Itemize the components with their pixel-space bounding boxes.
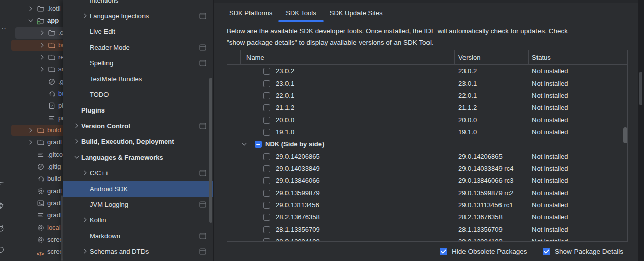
checkbox-checked-icon[interactable] <box>440 248 447 255</box>
table-scrollbar[interactable] <box>623 127 627 143</box>
tree-item[interactable]: .gitco <box>10 148 63 161</box>
checkbox-unchecked-icon[interactable] <box>263 117 270 124</box>
chevron-down-icon[interactable] <box>27 17 35 25</box>
tree-item[interactable]: gradl <box>10 197 63 209</box>
chevron-right-icon[interactable] <box>73 137 81 145</box>
tree-item[interactable]: </>scree <box>10 246 63 258</box>
tree-item[interactable]: build <box>10 124 63 136</box>
tab-sdk-update-sites[interactable]: SDK Update Sites <box>330 6 383 22</box>
tree-item[interactable]: scree <box>10 234 63 246</box>
gem-icon[interactable] <box>0 202 6 211</box>
tree-item[interactable]: rel <box>10 51 63 63</box>
tab-sdk-tools[interactable]: SDK Tools <box>285 6 316 22</box>
chevron-right-icon[interactable] <box>27 5 35 13</box>
chevron-down-icon[interactable] <box>73 153 81 161</box>
checkbox-unchecked-icon[interactable] <box>263 190 270 197</box>
sidebar-scrollbar[interactable] <box>209 78 212 223</box>
tab-sdk-platforms[interactable]: SDK Platforms <box>229 6 272 22</box>
table-row[interactable]: 23.0.223.0.2Not installed <box>227 65 627 78</box>
chevron-right-icon[interactable] <box>38 65 46 73</box>
sidebar-item-intentions[interactable]: Intentions <box>63 0 214 8</box>
tree-item[interactable]: gradl <box>10 136 63 148</box>
table-row[interactable]: 29.0.1359987929.0.13599879 rc2Not instal… <box>227 187 627 199</box>
checkbox-unchecked-icon[interactable] <box>263 153 270 160</box>
sidebar-item-spelling[interactable]: Spelling <box>63 55 214 71</box>
table-row[interactable]: 28.0.1300410828.0.13004108Not installed <box>227 236 627 241</box>
tree-item[interactable]: gradl <box>10 185 63 197</box>
column-header-version[interactable]: Version <box>458 50 480 65</box>
tree-item[interactable]: .cx <box>10 27 63 39</box>
tree-item[interactable]: bu <box>10 88 63 100</box>
checkbox-unchecked-icon[interactable] <box>263 214 270 221</box>
checkbox-unchecked-icon[interactable] <box>263 92 270 99</box>
hide-obsolete-packages-checkbox[interactable]: Hide Obsolete Packages <box>440 248 527 256</box>
checkbox-unchecked-icon[interactable] <box>263 177 270 184</box>
sidebar-item-todo[interactable]: TODO <box>63 87 214 102</box>
sidebar-item-kotlin[interactable]: Kotlin <box>63 212 214 228</box>
checkbox-unchecked-icon[interactable] <box>263 165 270 172</box>
more-dots-icon[interactable]: ‥ <box>1 22 7 31</box>
sidebar-item-markdown[interactable]: Markdown <box>63 228 214 244</box>
chevron-right-icon[interactable] <box>81 216 89 224</box>
chevron-right-icon[interactable] <box>38 53 46 61</box>
checkbox-unchecked-icon[interactable] <box>263 104 270 111</box>
tree-item[interactable]: .gitig <box>10 161 63 173</box>
table-row[interactable]: 19.1.019.1.0Not installed <box>227 126 627 138</box>
chevron-down-icon[interactable] <box>240 140 248 148</box>
table-row[interactable]: 21.1.221.1.2Not installed <box>227 102 627 114</box>
checkbox-unchecked-icon[interactable] <box>263 80 270 87</box>
tree-item[interactable]: build <box>10 173 63 185</box>
chevron-right-icon[interactable] <box>38 41 46 49</box>
checkbox-unchecked-icon[interactable] <box>263 68 270 75</box>
sidebar-item-languages-frameworks[interactable]: Languages & Frameworks <box>63 150 214 165</box>
sidebar-item-version-control[interactable]: Version Control <box>63 118 214 134</box>
table-row[interactable]: 29.0.1420686529.0.14206865Not installed <box>227 151 627 163</box>
checkbox-unchecked-icon[interactable] <box>263 226 270 233</box>
checkbox-indeterminate-icon[interactable] <box>255 141 262 148</box>
sidebar-item-schemas-and-dtds[interactable]: Schemas and DTDs <box>63 244 214 259</box>
cat-icon[interactable] <box>0 224 6 233</box>
sidebar-item-android-sdk[interactable]: Android SDK <box>63 181 214 197</box>
checkbox-unchecked-icon[interactable] <box>263 238 270 241</box>
tree-item[interactable]: app <box>10 15 63 27</box>
window-scrollbar[interactable] <box>639 72 642 105</box>
tree-item[interactable]: ?pla <box>10 100 63 112</box>
show-package-details-checkbox[interactable]: Show Package Details <box>543 248 623 256</box>
circle-icon[interactable] <box>0 246 6 255</box>
table-row[interactable]: 23.0.123.0.1Not installed <box>227 78 627 90</box>
checkbox-unchecked-icon[interactable] <box>263 202 270 209</box>
sidebar-item-jvm-logging[interactable]: JVM Logging <box>63 197 214 212</box>
table-row[interactable]: 29.0.1403384929.0.14033849 rc4Not instal… <box>227 163 627 175</box>
checkbox-checked-icon[interactable] <box>543 248 550 255</box>
table-row[interactable]: 28.2.1367635828.2.13676358Not installed <box>227 211 627 223</box>
chevron-right-icon[interactable] <box>73 122 81 130</box>
chevron-right-icon[interactable] <box>81 169 89 177</box>
undo-arrow-icon[interactable] <box>0 180 6 190</box>
tree-item[interactable]: local. <box>10 221 63 234</box>
table-row[interactable]: 29.0.1384606629.0.13846066 rc3Not instal… <box>227 175 627 187</box>
table-row[interactable]: 22.0.122.0.1Not installed <box>227 90 627 102</box>
sidebar-item-build-execution-deployment[interactable]: Build, Execution, Deployment <box>63 134 214 150</box>
tree-item[interactable]: pr <box>10 112 63 124</box>
sidebar-item-textmate-bundles[interactable]: TextMate Bundles <box>63 71 214 87</box>
sidebar-item-plugins[interactable]: Plugins <box>63 102 214 118</box>
sidebar-item-c-c-[interactable]: C/C++ <box>63 165 214 181</box>
chevron-right-icon[interactable] <box>81 12 89 20</box>
tree-item[interactable]: bu <box>10 39 63 51</box>
checkbox-unchecked-icon[interactable] <box>263 129 270 136</box>
sidebar-item-language-injections[interactable]: Language Injections <box>63 8 214 24</box>
chevron-right-icon[interactable] <box>27 126 35 134</box>
table-row[interactable]: NDK (Side by side) <box>227 138 627 151</box>
tree-item[interactable]: .gi <box>10 76 63 88</box>
sidebar-item-reader-mode[interactable]: Reader Mode <box>63 40 214 55</box>
chevron-right-icon[interactable] <box>27 138 35 146</box>
table-row[interactable]: 29.0.1311345629.0.13113456 rc1Not instal… <box>227 199 627 211</box>
tree-item[interactable]: .kotli <box>10 3 63 15</box>
column-header-name[interactable]: Name <box>246 50 264 65</box>
tree-item[interactable]: gradl <box>10 209 63 221</box>
chevron-right-icon[interactable] <box>38 29 46 37</box>
chevron-right-icon[interactable] <box>81 247 89 255</box>
sidebar-item-live-edit[interactable]: Live Edit <box>63 24 214 40</box>
column-header-status[interactable]: Status <box>532 50 551 65</box>
tree-scrollbar[interactable] <box>61 195 63 261</box>
